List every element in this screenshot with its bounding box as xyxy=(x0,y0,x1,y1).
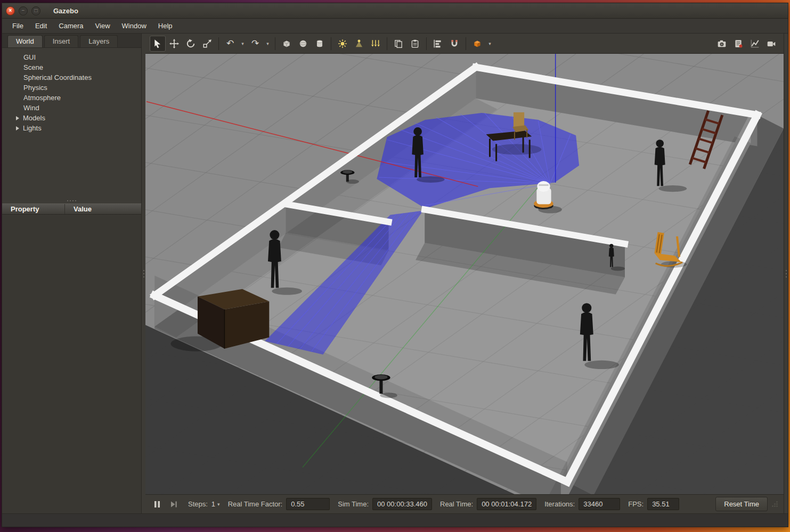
tree-item-spherical-coordinates[interactable]: Spherical Coordinates xyxy=(2,72,141,83)
step-button[interactable] xyxy=(167,498,180,511)
data-logger-button[interactable] xyxy=(730,36,746,52)
real-time-field[interactable]: 00 00:01:04.172 xyxy=(477,498,536,510)
tree-item-atmosphere[interactable]: Atmosphere xyxy=(2,93,141,103)
snap-button[interactable] xyxy=(446,36,462,52)
panel-empty-space xyxy=(2,134,141,198)
menu-window[interactable]: Window xyxy=(116,20,152,32)
resize-grip[interactable] xyxy=(771,501,778,508)
select-tool-button[interactable] xyxy=(150,36,166,52)
screenshot-button[interactable] xyxy=(714,36,730,52)
tree-item-wind[interactable]: Wind xyxy=(2,103,141,113)
redo-icon: ↷ xyxy=(251,38,259,49)
value-column-header[interactable]: Value xyxy=(65,204,92,214)
insert-cylinder-button[interactable] xyxy=(312,36,328,52)
tree-item-models[interactable]: Models xyxy=(2,113,141,123)
undo-button[interactable]: ↶ xyxy=(222,36,238,52)
point-light-button[interactable] xyxy=(335,36,351,52)
cylinder-icon xyxy=(315,39,324,48)
scale-tool-button[interactable] xyxy=(199,36,215,52)
minimize-icon: − xyxy=(22,8,25,13)
pause-button[interactable] xyxy=(151,498,164,511)
view-angle-cube-icon xyxy=(473,39,482,48)
chevron-down-icon: ▾ xyxy=(217,502,220,507)
chevron-down-icon: ▾ xyxy=(488,41,491,46)
view-angle-button[interactable] xyxy=(469,36,485,52)
expand-arrow-icon[interactable] xyxy=(16,126,19,130)
fps-label: FPS: xyxy=(628,500,644,508)
fps-field[interactable]: 35.51 xyxy=(647,498,679,510)
property-column-header[interactable]: Property xyxy=(2,204,65,214)
menu-bar: File Edit Camera View Window Help xyxy=(2,19,788,34)
world-side-panel: World Insert Layers GUI Scene Spherical … xyxy=(2,34,142,513)
plot-button[interactable] xyxy=(747,36,763,52)
rotate-icon xyxy=(186,39,196,48)
window-footer xyxy=(2,513,788,527)
window-title: Gazebo xyxy=(53,7,78,15)
menu-help[interactable]: Help xyxy=(152,20,178,32)
real-time-label: Real Time: xyxy=(440,500,473,508)
sim-time-label: Sim Time: xyxy=(338,500,369,508)
translate-icon xyxy=(169,39,179,48)
directional-light-button[interactable] xyxy=(368,36,384,52)
real-time-factor-label: Real Time Factor: xyxy=(228,500,283,508)
align-icon xyxy=(433,39,443,48)
real-time-factor-field[interactable]: 0.55 xyxy=(286,498,330,510)
world-tree: GUI Scene Spherical Coordinates Physics … xyxy=(2,48,141,134)
spot-light-button[interactable] xyxy=(351,36,367,52)
close-button[interactable]: × xyxy=(6,6,15,15)
paste-button[interactable] xyxy=(407,36,423,52)
record-video-button[interactable] xyxy=(763,36,779,52)
reset-time-button[interactable]: Reset Time xyxy=(715,497,768,511)
tab-layers[interactable]: Layers xyxy=(80,35,118,47)
expand-arrow-icon[interactable] xyxy=(16,116,19,120)
menu-file[interactable]: File xyxy=(6,20,29,32)
translate-tool-button[interactable] xyxy=(166,36,182,52)
align-button[interactable] xyxy=(430,36,446,52)
menu-view[interactable]: View xyxy=(89,20,116,32)
sphere-icon xyxy=(298,39,308,48)
panel-splitter-handle[interactable] xyxy=(2,198,141,203)
render-toolbar: ↶ ▾ ↷ ▾ ▾ xyxy=(145,34,784,54)
rotate-tool-button[interactable] xyxy=(183,36,199,52)
copy-icon xyxy=(394,39,403,48)
undo-history-button[interactable]: ▾ xyxy=(239,36,247,52)
property-table-body xyxy=(2,215,141,513)
insert-sphere-button[interactable] xyxy=(295,36,311,52)
panel-viewport-splitter[interactable] xyxy=(142,34,145,513)
redo-button[interactable]: ↷ xyxy=(247,36,263,52)
tree-item-physics[interactable]: Physics xyxy=(2,83,141,93)
steps-label: Steps: xyxy=(188,500,208,508)
panel-tabs: World Insert Layers xyxy=(2,34,141,48)
maximize-button[interactable]: □ xyxy=(31,6,40,15)
gazebo-window: × − □ Gazebo File Edit Camera View Windo… xyxy=(2,3,788,527)
paste-icon xyxy=(410,39,420,48)
menu-edit[interactable]: Edit xyxy=(29,20,53,32)
chevron-down-icon: ▾ xyxy=(241,41,244,46)
render-viewport[interactable] xyxy=(145,54,784,494)
tab-insert[interactable]: Insert xyxy=(44,35,79,47)
tree-item-scene[interactable]: Scene xyxy=(2,62,141,72)
spot-light-icon xyxy=(354,39,364,48)
tree-item-lights[interactable]: Lights xyxy=(2,123,141,133)
minimize-button[interactable]: − xyxy=(19,6,28,15)
sim-time-field[interactable]: 00 00:00:33.460 xyxy=(372,498,432,510)
camera-icon xyxy=(717,39,727,48)
iterations-field[interactable]: 33460 xyxy=(579,498,620,510)
undo-icon: ↶ xyxy=(226,38,234,49)
desktop-wallpaper: { "colors": { "ubuntu_orange": "#dd4814"… xyxy=(0,0,790,532)
menu-camera[interactable]: Camera xyxy=(53,20,89,32)
view-angle-menu-button[interactable]: ▾ xyxy=(486,36,494,52)
step-icon xyxy=(170,501,177,508)
magnet-icon xyxy=(450,39,459,48)
viewport-right-splitter[interactable] xyxy=(784,34,788,513)
insert-box-button[interactable] xyxy=(279,36,295,52)
title-bar: × − □ Gazebo xyxy=(2,3,788,19)
3d-scene[interactable] xyxy=(145,54,784,494)
steps-spinbox[interactable]: 1▾ xyxy=(211,500,220,508)
property-table-header: Property Value xyxy=(2,203,141,215)
tab-world[interactable]: World xyxy=(7,35,43,47)
copy-button[interactable] xyxy=(390,36,406,52)
tree-item-gui[interactable]: GUI xyxy=(2,52,141,62)
redo-history-button[interactable]: ▾ xyxy=(264,36,272,52)
simulation-status-bar: Steps: 1▾ Real Time Factor: 0.55 Sim Tim… xyxy=(145,494,784,513)
